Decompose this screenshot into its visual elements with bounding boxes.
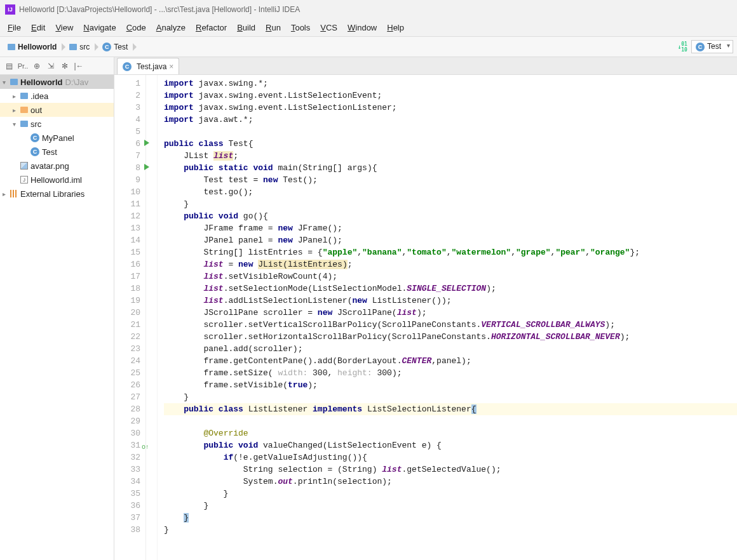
tree-row[interactable]: CTest [0,145,114,159]
fold-column[interactable] [146,75,158,560]
gear-icon[interactable]: ✻ [60,61,70,71]
gutter-line[interactable]: 37 [114,512,140,524]
code-line[interactable]: Test test = new Test(); [164,174,737,186]
code-line[interactable]: frame.getContentPane().add(BorderLayout.… [164,355,737,367]
menu-refactor[interactable]: Refactor [191,20,232,35]
code-line[interactable]: JList list; [164,150,737,162]
code-line[interactable]: panel.add(scroller); [164,343,737,355]
code-line[interactable]: JScrollPane scroller = new JScrollPane(l… [164,307,737,319]
gutter-line[interactable]: 24 [114,355,140,367]
gutter-line[interactable]: 30 [114,427,140,439]
tree-row[interactable]: JHelloworld.iml [0,173,114,187]
gutter-line[interactable]: 26 [114,379,140,391]
menu-view[interactable]: View [50,20,78,35]
gutter-line[interactable]: 12 [114,210,140,222]
menu-navigate[interactable]: Navigate [78,20,121,35]
code-line[interactable]: if(!e.getValueIsAdjusting()){ [164,451,737,463]
gutter-line[interactable]: 25 [114,367,140,379]
gutter-line[interactable]: 32 [114,451,140,463]
code-line[interactable]: } [164,391,737,403]
code-line[interactable]: System.out.println(selection); [164,476,737,488]
run-gutter-icon[interactable] [144,164,149,170]
tree-row[interactable]: ▸.idea [0,89,114,103]
gutter-line[interactable]: 15 [114,246,140,258]
code-line[interactable]: import javax.swing.event.ListSelectionLi… [164,102,737,114]
tree-row[interactable]: ▸out [0,103,114,117]
code-line[interactable]: } [164,198,737,210]
breadcrumb-item[interactable]: src [65,41,93,53]
code-line[interactable]: list.addListSelectionListener(new ListLi… [164,295,737,307]
code-line[interactable]: String[] listEntries = {"apple","banana"… [164,246,737,258]
code-line[interactable]: import javax.swing.*; [164,77,737,90]
tree-row[interactable]: CMyPanel [0,131,114,145]
code-line[interactable]: } [164,512,737,524]
gutter-line[interactable]: 28 [114,403,140,415]
code-line[interactable]: } [164,524,737,536]
menu-run[interactable]: Run [260,20,286,35]
gutter-line[interactable]: 17 [114,270,140,283]
code-line[interactable]: JPanel panel = new JPanel(); [164,234,737,246]
code-line[interactable]: public void go(){ [164,210,737,222]
gutter-line[interactable]: 21 [114,319,140,331]
target-icon[interactable]: ⊕ [32,61,42,71]
code-line[interactable] [164,415,737,427]
tree-toggle[interactable]: ▸ [13,93,20,100]
menu-tools[interactable]: Tools [286,20,315,35]
gutter-line[interactable]: 29 [114,415,140,427]
code-area[interactable]: import javax.swing.*;import javax.swing.… [158,75,737,560]
code-line[interactable]: public static void main(String[] args){ [164,162,737,174]
gutter-line[interactable]: 19 [114,295,140,307]
gutter-line[interactable]: 38 [114,524,140,536]
code-line[interactable] [164,126,737,138]
code-line[interactable]: JFrame frame = new JFrame(); [164,222,737,234]
code-line[interactable]: public void valueChanged(ListSelectionEv… [164,439,737,451]
code-editor[interactable]: 1234567891011121314151617181920212223242… [114,75,737,560]
breadcrumb-item[interactable]: Helloworld [4,41,60,53]
code-line[interactable]: list = new JList(listEntries); [164,258,737,270]
tree-toggle[interactable]: ▾ [3,79,10,86]
override-gutter-icon[interactable]: o↑ [142,441,149,453]
editor-tab-test[interactable]: C Test.java × [117,58,179,74]
collapse-icon[interactable]: |← [74,61,84,71]
gutter-line[interactable]: 4 [114,114,140,126]
code-line[interactable]: frame.setVisible(true); [164,379,737,391]
run-config-selector[interactable]: CTest [691,40,733,53]
gutter-line[interactable]: 20 [114,307,140,319]
menu-edit[interactable]: Edit [26,20,50,35]
run-gutter-icon[interactable] [144,140,149,146]
gutter-line[interactable]: 7 [114,150,140,162]
gutter-line[interactable]: 3 [114,102,140,114]
gutter-line[interactable]: 36 [114,500,140,512]
gutter-line[interactable]: 6 [114,138,140,150]
code-line[interactable]: list.setVisibleRowCount(4); [164,270,737,283]
tree-row[interactable]: ▾src [0,117,114,131]
gutter-line[interactable]: 35 [114,488,140,500]
breadcrumb-item[interactable]: CTest [98,41,132,53]
gutter-line[interactable]: 8 [114,162,140,174]
gutter-line[interactable]: 9 [114,174,140,186]
gutter-line[interactable]: 16 [114,258,140,270]
code-line[interactable]: String selection = (String) list.getSele… [164,463,737,476]
tree-toggle[interactable]: ▸ [13,107,20,114]
tree-row[interactable]: ▸External Libraries [0,187,114,201]
code-line[interactable]: @Override [164,427,737,439]
gutter-line[interactable]: 23 [114,343,140,355]
code-line[interactable]: scroller.setVerticalScrollBarPolicy(Scro… [164,319,737,331]
code-line[interactable]: test.go(); [164,186,737,198]
menu-build[interactable]: Build [232,20,260,35]
gutter-line[interactable]: 10 [114,186,140,198]
code-line[interactable]: import javax.swing.event.ListSelectionEv… [164,90,737,102]
gutter-line[interactable]: 31o↑ [114,439,140,451]
gutter-line[interactable]: 14 [114,234,140,246]
tree-row[interactable]: ▾Helloworld D:\Jav [0,75,114,89]
menu-code[interactable]: Code [121,20,151,35]
code-line[interactable]: public class ListListener implements Lis… [164,403,737,415]
menu-help[interactable]: Help [382,20,409,35]
gutter-line[interactable]: 27 [114,391,140,403]
gutter-line[interactable]: 33 [114,463,140,476]
code-line[interactable]: scroller.setHorizontalScrollBarPolicy(Sc… [164,331,737,343]
code-line[interactable]: } [164,500,737,512]
menu-vcs[interactable]: VCS [315,20,342,35]
tree-toggle[interactable]: ▾ [13,121,20,128]
gutter-line[interactable]: 13 [114,222,140,234]
